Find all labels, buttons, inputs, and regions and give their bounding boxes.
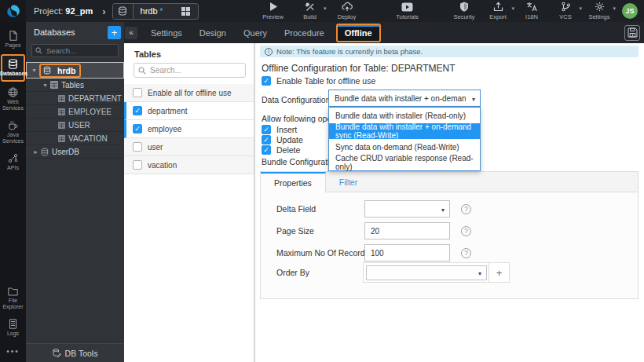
chevron-down-icon: ▾: [441, 207, 445, 214]
collapsed-arrow-icon[interactable]: ▸: [32, 148, 39, 155]
security-button[interactable]: Security: [452, 2, 476, 20]
i18n-button[interactable]: I18N: [520, 2, 543, 20]
app-logo[interactable]: [0, 0, 26, 22]
employee-checkbox[interactable]: [133, 124, 142, 133]
add-database-button[interactable]: [108, 26, 121, 39]
build-tools-icon: [305, 2, 315, 12]
database-icon: [41, 148, 49, 156]
dropdown-option-2-selected[interactable]: Bundle data with installer + on-demand s…: [329, 123, 480, 139]
databases-icon: [8, 59, 18, 69]
enable-all-checkbox[interactable]: [133, 88, 142, 97]
tree-node-hrdb[interactable]: ▾ hrdb: [26, 62, 124, 79]
card-tab-bar: Properties Filter: [261, 172, 638, 192]
table-icon: [58, 122, 65, 129]
expand-arrow-icon[interactable]: ▾: [31, 67, 38, 74]
delta-field-help-icon[interactable]: [461, 204, 471, 214]
save-button[interactable]: [624, 25, 640, 41]
db-tools-label: DB Tools: [65, 349, 98, 358]
expand-arrow-icon[interactable]: ▾: [42, 82, 49, 89]
database-search-input[interactable]: [31, 44, 119, 57]
tab-procedure[interactable]: Procedure: [276, 22, 333, 43]
database-icon: [43, 66, 51, 75]
sidebar-item-pages[interactable]: Pages: [0, 27, 26, 52]
save-floppy-icon: [628, 27, 638, 38]
department-checkbox[interactable]: [133, 106, 142, 115]
grid-view-icon[interactable]: [174, 4, 198, 19]
tree-node-tables-group[interactable]: ▾ Tables: [26, 79, 124, 92]
data-configuration-select[interactable]: Bundle data with installer + on-demand s…: [328, 90, 481, 107]
table-row-employee[interactable]: employee: [124, 120, 254, 138]
db-tools-button[interactable]: DB Tools: [26, 343, 124, 362]
table-icon: [58, 108, 65, 115]
tree-node-table-department[interactable]: DEPARTMENT: [26, 92, 124, 105]
deploy-button[interactable]: Deploy: [335, 2, 359, 20]
tab-design[interactable]: Design: [191, 22, 235, 43]
tab-offline[interactable]: Offline: [336, 24, 381, 42]
order-by-select[interactable]: ▾: [366, 265, 487, 280]
data-configuration-value: Bundle data with installer + on-demand s…: [335, 94, 466, 103]
dropdown-option-4[interactable]: Cache CRUD variable response (Read-only): [329, 155, 480, 170]
table-row-label: department: [148, 107, 188, 115]
sidebar-item-web-services[interactable]: Web Services: [0, 84, 26, 115]
databases-panel: Databases ▾ hrdb ▾ Tables DEPARTMENT EMP…: [26, 22, 124, 362]
topbar-primary-actions: Preview Build ▾ Deploy: [262, 2, 359, 20]
order-by-group: ▾: [363, 262, 510, 283]
tab-filter[interactable]: Filter: [326, 172, 371, 192]
dropdown-option-3[interactable]: Sync data on-demand (Read-Write): [329, 139, 480, 155]
enable-table-checkbox[interactable]: [262, 76, 271, 86]
page-size-help-icon[interactable]: [461, 226, 471, 236]
i18n-translate-icon: [526, 2, 537, 12]
offline-configuration-panel: Note: This feature is currently in beta …: [254, 43, 644, 362]
build-caret-icon: ▾: [324, 5, 327, 12]
vcs-button[interactable]: VCS ▾: [554, 2, 577, 20]
logs-file-icon: [9, 319, 17, 329]
sidebar-item-logs[interactable]: Logs: [0, 316, 26, 340]
apis-nodes-icon: [8, 153, 18, 163]
sidebar-item-java-services[interactable]: Java Services: [0, 117, 26, 148]
page-size-input[interactable]: [364, 222, 450, 240]
preview-button[interactable]: Preview: [262, 2, 285, 20]
settings-button[interactable]: Settings ▾: [587, 2, 611, 20]
sidebar-item-file-explorer[interactable]: File Explorer: [0, 284, 26, 313]
open-document-tab-hrdb[interactable]: hrdb *: [112, 3, 199, 20]
sidebar-item-apis[interactable]: APIs: [0, 150, 26, 174]
user-checkbox[interactable]: [133, 142, 142, 152]
annotation-highlight-hrdb: hrdb: [39, 64, 81, 78]
tab-query[interactable]: Query: [235, 22, 276, 43]
tree-node-userdb[interactable]: ▸ UserDB: [26, 145, 124, 159]
delta-field-label: Delta Field: [276, 204, 316, 214]
vacation-checkbox[interactable]: [133, 160, 142, 170]
tree-node-label: USER: [68, 121, 90, 130]
tables-search-input[interactable]: [134, 63, 246, 78]
order-by-add-button[interactable]: [488, 262, 509, 283]
table-row-user[interactable]: user: [124, 138, 254, 156]
delete-checkbox[interactable]: [262, 145, 271, 155]
update-checkbox[interactable]: [262, 135, 271, 144]
user-avatar[interactable]: JS: [622, 3, 638, 19]
tab-properties[interactable]: Properties: [261, 172, 326, 192]
table-row-enable-all[interactable]: Enable all for offline use: [124, 84, 254, 102]
tab-settings[interactable]: Settings: [142, 22, 191, 43]
sidebar-item-databases[interactable]: Databases: [1, 54, 25, 82]
max-records-help-icon[interactable]: [461, 248, 471, 258]
table-row-label: user: [148, 143, 163, 152]
security-shield-icon: [459, 2, 469, 12]
delta-field-select[interactable]: ▾: [364, 200, 450, 218]
table-row-department[interactable]: department: [124, 102, 254, 120]
update-operation-row: Update: [262, 135, 303, 144]
settings-caret-icon: ▾: [613, 5, 616, 12]
table-icon: [58, 95, 65, 102]
max-records-input[interactable]: [364, 244, 450, 261]
tree-node-table-employee[interactable]: EMPLOYEE: [26, 105, 124, 119]
tutorials-button[interactable]: Tutorials: [396, 2, 419, 20]
export-button[interactable]: Export ▾: [486, 2, 510, 20]
dropdown-option-1[interactable]: Bundle data with installer (Read-only): [329, 108, 480, 123]
collapse-panel-button[interactable]: [125, 27, 137, 39]
build-button[interactable]: Build ▾: [298, 2, 322, 20]
more-options-icon[interactable]: •••: [6, 342, 20, 362]
tree-node-table-user[interactable]: USER: [26, 119, 124, 132]
doc-tab-label: hrdb: [134, 6, 160, 16]
insert-checkbox[interactable]: [262, 125, 271, 134]
table-row-vacation[interactable]: vacation: [124, 156, 254, 174]
tree-node-table-vacation[interactable]: VACATION: [26, 132, 124, 145]
